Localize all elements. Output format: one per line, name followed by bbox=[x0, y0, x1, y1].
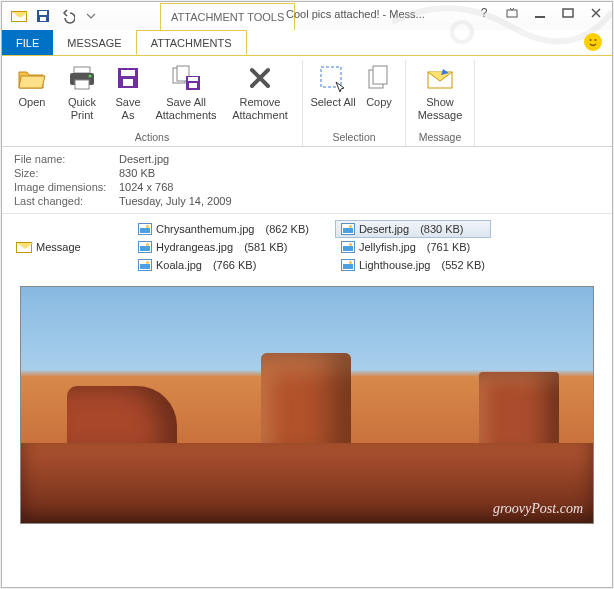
svg-rect-24 bbox=[373, 66, 387, 84]
attachment-size: (552 KB) bbox=[442, 259, 485, 271]
attachment-item[interactable]: Koala.jpg (766 KB) bbox=[132, 256, 315, 274]
quick-print-label: Quick Print bbox=[58, 96, 106, 121]
ribbon: Open Quick Print Save As Save All Attach… bbox=[2, 55, 612, 147]
last-changed-value: Tuesday, July 14, 2009 bbox=[119, 195, 232, 207]
feedback-smiley-icon[interactable] bbox=[584, 33, 602, 51]
outlook-message-window: ATTACHMENT TOOLS Cool pics attached! - M… bbox=[1, 1, 613, 588]
copy-label: Copy bbox=[366, 96, 392, 109]
size-value: 830 KB bbox=[119, 167, 155, 179]
save-as-button[interactable]: Save As bbox=[108, 60, 148, 121]
open-label: Open bbox=[19, 96, 46, 109]
attachment-size: (761 KB) bbox=[427, 241, 470, 253]
svg-rect-3 bbox=[507, 10, 517, 17]
svg-rect-2 bbox=[40, 17, 46, 21]
dimensions-label: Image dimensions: bbox=[14, 181, 119, 193]
save-as-icon bbox=[112, 62, 144, 94]
envelope-icon bbox=[16, 242, 32, 253]
filename-value: Desert.jpg bbox=[119, 153, 169, 165]
last-changed-label: Last changed: bbox=[14, 195, 119, 207]
attachment-item[interactable]: Lighthouse.jpg (552 KB) bbox=[335, 256, 491, 274]
attachment-name: Koala.jpg bbox=[156, 259, 202, 271]
svg-point-13 bbox=[89, 75, 92, 78]
attachment-name: Lighthouse.jpg bbox=[359, 259, 431, 271]
remove-icon bbox=[244, 62, 276, 94]
show-message-label: Show Message bbox=[412, 96, 468, 121]
attachment-item-selected[interactable]: Desert.jpg (830 KB) bbox=[335, 220, 491, 238]
attachment-name: Desert.jpg bbox=[359, 223, 409, 235]
undo-icon[interactable] bbox=[56, 5, 78, 27]
help-icon[interactable]: ? bbox=[470, 2, 498, 24]
attachment-size: (581 KB) bbox=[244, 241, 287, 253]
close-icon[interactable] bbox=[582, 2, 610, 24]
show-message-icon bbox=[424, 62, 456, 94]
copy-button[interactable]: Copy bbox=[359, 60, 399, 109]
picture-icon bbox=[138, 241, 152, 253]
attachment-item[interactable]: Hydrangeas.jpg (581 KB) bbox=[132, 238, 315, 256]
watermark: groovyPost.com bbox=[493, 501, 583, 517]
message-button-label: Message bbox=[36, 241, 81, 253]
attachment-name: Hydrangeas.jpg bbox=[156, 241, 233, 253]
titlebar: ATTACHMENT TOOLS Cool pics attached! - M… bbox=[2, 2, 612, 30]
quick-access-toolbar bbox=[2, 5, 102, 27]
tab-attachments[interactable]: ATTACHMENTS bbox=[136, 30, 247, 55]
svg-rect-16 bbox=[123, 79, 133, 86]
minimize-icon[interactable] bbox=[526, 2, 554, 24]
quick-print-button[interactable]: Quick Print bbox=[58, 60, 106, 121]
tab-message[interactable]: MESSAGE bbox=[53, 30, 135, 55]
picture-icon bbox=[341, 259, 355, 271]
attachment-size: (766 KB) bbox=[213, 259, 256, 271]
group-label-selection: Selection bbox=[332, 129, 375, 146]
picture-icon bbox=[341, 241, 355, 253]
window-title: Cool pics attached! - Mess... bbox=[286, 8, 425, 20]
svg-point-9 bbox=[595, 39, 597, 41]
show-message-button[interactable]: Show Message bbox=[412, 60, 468, 121]
attachment-preview: groovyPost.com bbox=[20, 286, 594, 524]
new-mail-icon[interactable] bbox=[8, 5, 30, 27]
select-all-icon bbox=[317, 62, 349, 94]
contextual-tab-label: ATTACHMENT TOOLS bbox=[160, 3, 295, 30]
maximize-icon[interactable] bbox=[554, 2, 582, 24]
qat-dropdown-icon[interactable] bbox=[80, 5, 102, 27]
picture-icon bbox=[138, 223, 152, 235]
group-label-actions: Actions bbox=[135, 129, 169, 146]
ribbon-group-actions: Open Quick Print Save As Save All Attach… bbox=[2, 60, 303, 146]
attachment-size: (830 KB) bbox=[420, 223, 463, 235]
save-all-icon bbox=[170, 62, 202, 94]
attachment-item[interactable]: Chrysanthemum.jpg (862 KB) bbox=[132, 220, 315, 238]
save-as-label: Save As bbox=[108, 96, 148, 121]
dimensions-value: 1024 x 768 bbox=[119, 181, 173, 193]
save-all-label: Save All Attachments bbox=[150, 96, 222, 121]
svg-rect-21 bbox=[189, 83, 197, 88]
tab-file[interactable]: FILE bbox=[2, 30, 53, 55]
svg-point-8 bbox=[590, 39, 592, 41]
filename-label: File name: bbox=[14, 153, 119, 165]
save-all-button[interactable]: Save All Attachments bbox=[150, 60, 222, 121]
printer-icon bbox=[66, 62, 98, 94]
remove-label: Remove Attachment bbox=[224, 96, 296, 121]
save-icon[interactable] bbox=[32, 5, 54, 27]
select-all-button[interactable]: Select All bbox=[309, 60, 357, 109]
message-body-button[interactable]: Message bbox=[12, 220, 132, 274]
svg-rect-5 bbox=[563, 9, 573, 17]
svg-rect-4 bbox=[535, 16, 545, 18]
attachment-bar: Message Chrysanthemum.jpg (862 KB) Hydra… bbox=[2, 214, 612, 280]
attachment-details: File name:Desert.jpg Size:830 KB Image d… bbox=[2, 147, 612, 214]
ribbon-display-icon[interactable] bbox=[498, 2, 526, 24]
svg-rect-10 bbox=[74, 67, 90, 73]
attachment-item[interactable]: Jellyfish.jpg (761 KB) bbox=[335, 238, 491, 256]
ribbon-group-message: Show Message Message bbox=[406, 60, 475, 146]
remove-attachment-button[interactable]: Remove Attachment bbox=[224, 60, 296, 121]
group-label-message: Message bbox=[419, 129, 462, 146]
size-label: Size: bbox=[14, 167, 119, 179]
ribbon-group-selection: Select All Copy Selection bbox=[303, 60, 406, 146]
svg-rect-15 bbox=[121, 70, 135, 76]
svg-point-7 bbox=[586, 35, 600, 49]
picture-icon bbox=[138, 259, 152, 271]
attachment-name: Jellyfish.jpg bbox=[359, 241, 416, 253]
attachment-name: Chrysanthemum.jpg bbox=[156, 223, 254, 235]
open-button[interactable]: Open bbox=[8, 60, 56, 109]
svg-rect-12 bbox=[75, 80, 89, 89]
picture-icon bbox=[341, 223, 355, 235]
svg-rect-1 bbox=[39, 11, 47, 15]
select-all-label: Select All bbox=[310, 96, 355, 109]
